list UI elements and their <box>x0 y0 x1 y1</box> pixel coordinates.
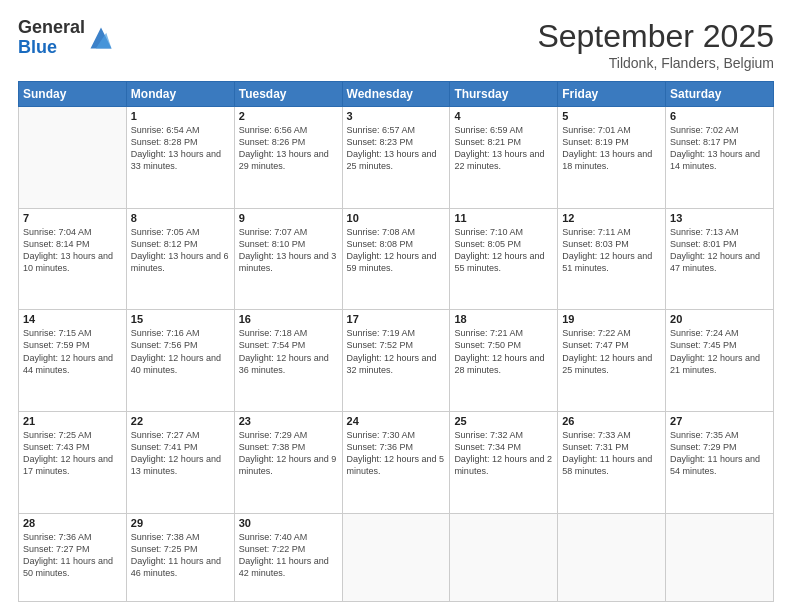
table-row: 18Sunrise: 7:21 AM Sunset: 7:50 PM Dayli… <box>450 310 558 412</box>
day-number: 16 <box>239 313 338 325</box>
table-row: 15Sunrise: 7:16 AM Sunset: 7:56 PM Dayli… <box>126 310 234 412</box>
day-info: Sunrise: 7:01 AM Sunset: 8:19 PM Dayligh… <box>562 124 661 173</box>
header-sunday: Sunday <box>19 82 127 107</box>
day-number: 23 <box>239 415 338 427</box>
header-wednesday: Wednesday <box>342 82 450 107</box>
logo-general: General <box>18 17 85 37</box>
table-row: 3Sunrise: 6:57 AM Sunset: 8:23 PM Daylig… <box>342 107 450 209</box>
day-number: 28 <box>23 517 122 529</box>
day-info: Sunrise: 7:19 AM Sunset: 7:52 PM Dayligh… <box>347 327 446 376</box>
day-info: Sunrise: 7:36 AM Sunset: 7:27 PM Dayligh… <box>23 531 122 580</box>
day-info: Sunrise: 6:56 AM Sunset: 8:26 PM Dayligh… <box>239 124 338 173</box>
table-row <box>666 513 774 601</box>
table-row: 28Sunrise: 7:36 AM Sunset: 7:27 PM Dayli… <box>19 513 127 601</box>
day-number: 9 <box>239 212 338 224</box>
day-info: Sunrise: 6:54 AM Sunset: 8:28 PM Dayligh… <box>131 124 230 173</box>
day-number: 29 <box>131 517 230 529</box>
table-row: 16Sunrise: 7:18 AM Sunset: 7:54 PM Dayli… <box>234 310 342 412</box>
table-row <box>558 513 666 601</box>
day-info: Sunrise: 7:16 AM Sunset: 7:56 PM Dayligh… <box>131 327 230 376</box>
header-saturday: Saturday <box>666 82 774 107</box>
day-info: Sunrise: 7:24 AM Sunset: 7:45 PM Dayligh… <box>670 327 769 376</box>
header-monday: Monday <box>126 82 234 107</box>
logo-text: General Blue <box>18 18 85 58</box>
day-number: 8 <box>131 212 230 224</box>
day-number: 30 <box>239 517 338 529</box>
day-number: 22 <box>131 415 230 427</box>
table-row: 24Sunrise: 7:30 AM Sunset: 7:36 PM Dayli… <box>342 411 450 513</box>
table-row: 19Sunrise: 7:22 AM Sunset: 7:47 PM Dayli… <box>558 310 666 412</box>
logo-icon <box>87 24 115 52</box>
day-number: 21 <box>23 415 122 427</box>
day-info: Sunrise: 7:40 AM Sunset: 7:22 PM Dayligh… <box>239 531 338 580</box>
table-row <box>342 513 450 601</box>
table-row: 12Sunrise: 7:11 AM Sunset: 8:03 PM Dayli… <box>558 208 666 310</box>
table-row: 8Sunrise: 7:05 AM Sunset: 8:12 PM Daylig… <box>126 208 234 310</box>
location: Tildonk, Flanders, Belgium <box>537 55 774 71</box>
day-info: Sunrise: 7:15 AM Sunset: 7:59 PM Dayligh… <box>23 327 122 376</box>
day-number: 18 <box>454 313 553 325</box>
table-row <box>19 107 127 209</box>
day-info: Sunrise: 7:08 AM Sunset: 8:08 PM Dayligh… <box>347 226 446 275</box>
table-row: 20Sunrise: 7:24 AM Sunset: 7:45 PM Dayli… <box>666 310 774 412</box>
day-number: 12 <box>562 212 661 224</box>
day-info: Sunrise: 7:22 AM Sunset: 7:47 PM Dayligh… <box>562 327 661 376</box>
table-row: 11Sunrise: 7:10 AM Sunset: 8:05 PM Dayli… <box>450 208 558 310</box>
day-info: Sunrise: 7:27 AM Sunset: 7:41 PM Dayligh… <box>131 429 230 478</box>
day-info: Sunrise: 7:02 AM Sunset: 8:17 PM Dayligh… <box>670 124 769 173</box>
day-info: Sunrise: 7:10 AM Sunset: 8:05 PM Dayligh… <box>454 226 553 275</box>
day-info: Sunrise: 7:32 AM Sunset: 7:34 PM Dayligh… <box>454 429 553 478</box>
header-tuesday: Tuesday <box>234 82 342 107</box>
header: General Blue September 2025 Tildonk, Fla… <box>18 18 774 71</box>
day-info: Sunrise: 7:38 AM Sunset: 7:25 PM Dayligh… <box>131 531 230 580</box>
table-row <box>450 513 558 601</box>
day-number: 17 <box>347 313 446 325</box>
header-thursday: Thursday <box>450 82 558 107</box>
days-header-row: Sunday Monday Tuesday Wednesday Thursday… <box>19 82 774 107</box>
day-number: 15 <box>131 313 230 325</box>
page: General Blue September 2025 Tildonk, Fla… <box>0 0 792 612</box>
table-row: 21Sunrise: 7:25 AM Sunset: 7:43 PM Dayli… <box>19 411 127 513</box>
table-row: 9Sunrise: 7:07 AM Sunset: 8:10 PM Daylig… <box>234 208 342 310</box>
calendar-table: Sunday Monday Tuesday Wednesday Thursday… <box>18 81 774 602</box>
day-number: 26 <box>562 415 661 427</box>
day-number: 3 <box>347 110 446 122</box>
day-number: 24 <box>347 415 446 427</box>
day-info: Sunrise: 7:35 AM Sunset: 7:29 PM Dayligh… <box>670 429 769 478</box>
day-info: Sunrise: 7:05 AM Sunset: 8:12 PM Dayligh… <box>131 226 230 275</box>
table-row: 14Sunrise: 7:15 AM Sunset: 7:59 PM Dayli… <box>19 310 127 412</box>
table-row: 7Sunrise: 7:04 AM Sunset: 8:14 PM Daylig… <box>19 208 127 310</box>
day-info: Sunrise: 7:30 AM Sunset: 7:36 PM Dayligh… <box>347 429 446 478</box>
day-info: Sunrise: 7:11 AM Sunset: 8:03 PM Dayligh… <box>562 226 661 275</box>
table-row: 5Sunrise: 7:01 AM Sunset: 8:19 PM Daylig… <box>558 107 666 209</box>
table-row: 26Sunrise: 7:33 AM Sunset: 7:31 PM Dayli… <box>558 411 666 513</box>
day-info: Sunrise: 7:04 AM Sunset: 8:14 PM Dayligh… <box>23 226 122 275</box>
day-number: 25 <box>454 415 553 427</box>
day-number: 5 <box>562 110 661 122</box>
day-number: 4 <box>454 110 553 122</box>
day-number: 19 <box>562 313 661 325</box>
table-row: 29Sunrise: 7:38 AM Sunset: 7:25 PM Dayli… <box>126 513 234 601</box>
day-number: 11 <box>454 212 553 224</box>
day-info: Sunrise: 6:57 AM Sunset: 8:23 PM Dayligh… <box>347 124 446 173</box>
month-title: September 2025 <box>537 18 774 55</box>
day-info: Sunrise: 7:18 AM Sunset: 7:54 PM Dayligh… <box>239 327 338 376</box>
table-row: 13Sunrise: 7:13 AM Sunset: 8:01 PM Dayli… <box>666 208 774 310</box>
title-block: September 2025 Tildonk, Flanders, Belgiu… <box>537 18 774 71</box>
table-row: 4Sunrise: 6:59 AM Sunset: 8:21 PM Daylig… <box>450 107 558 209</box>
day-number: 10 <box>347 212 446 224</box>
table-row: 22Sunrise: 7:27 AM Sunset: 7:41 PM Dayli… <box>126 411 234 513</box>
day-info: Sunrise: 7:33 AM Sunset: 7:31 PM Dayligh… <box>562 429 661 478</box>
day-number: 1 <box>131 110 230 122</box>
table-row: 6Sunrise: 7:02 AM Sunset: 8:17 PM Daylig… <box>666 107 774 209</box>
day-number: 20 <box>670 313 769 325</box>
day-number: 7 <box>23 212 122 224</box>
table-row: 1Sunrise: 6:54 AM Sunset: 8:28 PM Daylig… <box>126 107 234 209</box>
day-number: 13 <box>670 212 769 224</box>
header-friday: Friday <box>558 82 666 107</box>
day-info: Sunrise: 7:29 AM Sunset: 7:38 PM Dayligh… <box>239 429 338 478</box>
table-row: 23Sunrise: 7:29 AM Sunset: 7:38 PM Dayli… <box>234 411 342 513</box>
day-number: 14 <box>23 313 122 325</box>
table-row: 25Sunrise: 7:32 AM Sunset: 7:34 PM Dayli… <box>450 411 558 513</box>
table-row: 27Sunrise: 7:35 AM Sunset: 7:29 PM Dayli… <box>666 411 774 513</box>
